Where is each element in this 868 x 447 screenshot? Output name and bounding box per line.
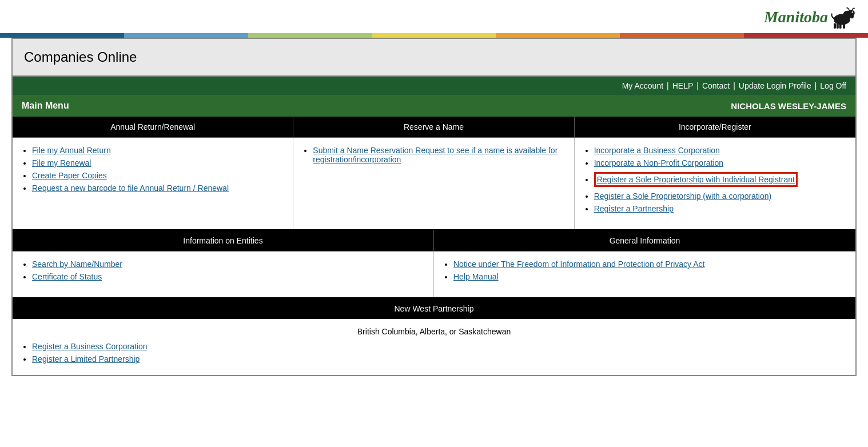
nav-sep-1: | [667, 81, 669, 90]
incorporate-list: Incorporate a Business Corporation Incor… [584, 146, 846, 213]
top-header: Manitoba [0, 0, 868, 33]
info-entities-cell: Search by Name/Number Certificate of Sta… [13, 252, 434, 297]
nwp-register-limited-partnership-link[interactable]: Register a Limited Partnership [32, 354, 140, 364]
main-grid: File my Annual Return File my Renewal Cr… [13, 138, 855, 230]
incorporate-nonprofit-link[interactable]: Incorporate a Non-Profit Corporation [594, 158, 723, 167]
sole-proprietorship-corp-link[interactable]: Register a Sole Proprietorship (with a c… [594, 191, 771, 201]
bison-icon [829, 6, 857, 29]
list-item: File my Renewal [32, 158, 284, 167]
list-item: Request a new barcode to file Annual Ret… [32, 183, 284, 193]
main-container: Companies Online My Account | HELP | Con… [11, 38, 857, 376]
user-name: NICHOLAS WESLEY-JAMES [731, 101, 846, 111]
nwp-register-business-corp-link[interactable]: Register a Business Corporation [32, 342, 148, 351]
my-account-link[interactable]: My Account [622, 81, 663, 90]
info-entities-header: Information on Entities [13, 230, 434, 251]
reserve-name-cell: Submit a Name Reservation Request to see… [293, 138, 574, 229]
register-partnership-link[interactable]: Register a Partnership [594, 204, 674, 213]
contact-link[interactable]: Contact [702, 81, 730, 90]
list-item: Certificate of Status [32, 272, 424, 281]
name-reservation-link[interactable]: Submit a Name Reservation Request to see… [313, 146, 558, 164]
reserve-name-header: Reserve a Name [293, 117, 574, 137]
annual-return-list: File my Annual Return File my Renewal Cr… [22, 146, 284, 193]
nwp-list: Register a Business Corporation Register… [22, 342, 846, 364]
highlight-box: Register a Sole Proprietorship with Indi… [594, 172, 798, 187]
nwp-subtitle: British Columbia, Alberta, or Saskatchew… [22, 327, 846, 336]
update-login-link[interactable]: Update Login Profile [739, 81, 811, 90]
log-off-link[interactable]: Log Off [820, 81, 846, 90]
entities-list: Search by Name/Number Certificate of Sta… [22, 260, 424, 281]
incorporate-header: Incorporate/Register [575, 117, 855, 137]
color-bar [0, 33, 868, 38]
file-renewal-link[interactable]: File my Renewal [32, 158, 91, 167]
freedom-of-info-link[interactable]: Notice under The Freedom of Information … [453, 260, 704, 269]
info-section-headers: Information on Entities General Informat… [13, 230, 855, 252]
search-name-number-link[interactable]: Search by Name/Number [32, 260, 122, 269]
nwp-content: British Columbia, Alberta, or Saskatchew… [13, 319, 855, 375]
title-bar: Companies Online [13, 39, 855, 77]
svg-point-3 [852, 11, 853, 13]
svg-rect-7 [834, 23, 836, 29]
file-annual-return-link[interactable]: File my Annual Return [32, 146, 111, 155]
sole-proprietorship-individual-link[interactable]: Register a Sole Proprietorship with Indi… [597, 175, 795, 184]
list-item: Notice under The Freedom of Information … [453, 260, 846, 269]
list-item: Help Manual [453, 272, 846, 281]
annual-return-header: Annual Return/Renewal [13, 117, 293, 137]
reserve-name-list: Submit a Name Reservation Request to see… [302, 146, 564, 164]
svg-rect-8 [837, 23, 839, 29]
general-info-header: General Information [434, 230, 855, 251]
svg-point-4 [850, 13, 854, 19]
list-item: Register a Partnership [594, 204, 846, 213]
svg-rect-5 [839, 24, 842, 29]
nav-sep-2: | [696, 81, 699, 90]
help-link[interactable]: HELP [672, 81, 694, 90]
main-menu-title: Main Menu [22, 101, 69, 111]
incorporate-business-corp-link[interactable]: Incorporate a Business Corporation [594, 146, 720, 155]
general-info-cell: Notice under The Freedom of Information … [434, 252, 855, 297]
column-headers: Annual Return/Renewal Reserve a Name Inc… [13, 117, 855, 138]
page-title: Companies Online [24, 49, 844, 65]
nav-sep-3: | [733, 81, 735, 90]
list-item: Register a Limited Partnership [32, 354, 846, 364]
info-grid: Search by Name/Number Certificate of Sta… [13, 252, 855, 298]
annual-return-cell: File my Annual Return File my Renewal Cr… [13, 138, 293, 229]
manitoba-logo: Manitoba [764, 6, 857, 29]
list-item: Incorporate a Business Corporation [594, 146, 846, 155]
svg-rect-6 [843, 24, 845, 29]
list-item: Register a Sole Proprietorship with Indi… [594, 171, 846, 188]
help-manual-link[interactable]: Help Manual [453, 272, 499, 281]
list-item: File my Annual Return [32, 146, 284, 155]
list-item: Incorporate a Non-Profit Corporation [594, 158, 846, 167]
nav-sep-4: | [815, 81, 817, 90]
general-info-list: Notice under The Freedom of Information … [443, 260, 846, 281]
list-item: Register a Business Corporation [32, 342, 846, 351]
create-paper-copies-link[interactable]: Create Paper Copies [32, 171, 107, 180]
list-item: Submit a Name Reservation Request to see… [313, 146, 564, 164]
list-item: Create Paper Copies [32, 171, 284, 180]
incorporate-cell: Incorporate a Business Corporation Incor… [575, 138, 855, 229]
list-item: Search by Name/Number [32, 260, 424, 269]
certificate-status-link[interactable]: Certificate of Status [32, 272, 102, 281]
logo-text: Manitoba [764, 8, 828, 26]
nwp-header: New West Partnership [13, 298, 855, 319]
list-item: Register a Sole Proprietorship (with a c… [594, 191, 846, 201]
menu-header-bar: Main Menu NICHOLAS WESLEY-JAMES [13, 95, 855, 117]
nav-bar: My Account | HELP | Contact | Update Log… [13, 77, 855, 95]
new-barcode-link[interactable]: Request a new barcode to file Annual Ret… [32, 183, 229, 193]
page-wrapper: Manitoba [0, 0, 868, 447]
